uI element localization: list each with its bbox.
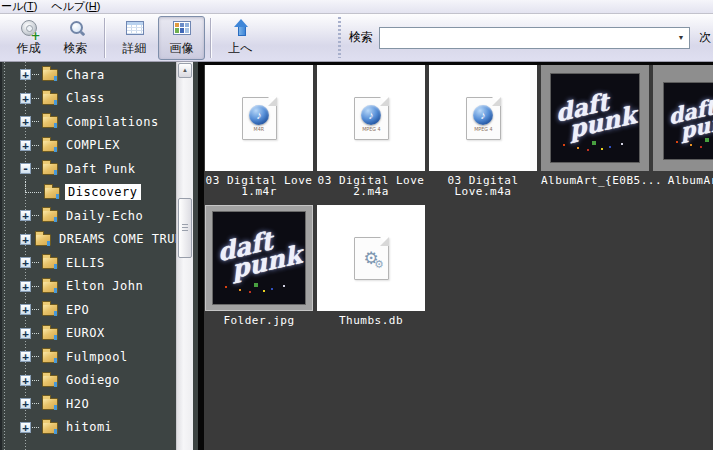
toolbar-separator: [210, 18, 212, 58]
details-view-button[interactable]: 詳細: [111, 16, 158, 60]
music-note-icon: ♪: [249, 105, 269, 125]
toolbar-grip-handle[interactable]: [338, 17, 341, 58]
tree-item-label: hitomi: [63, 419, 115, 435]
expand-toggle-icon[interactable]: +: [20, 210, 31, 221]
expand-toggle-icon[interactable]: +: [20, 398, 31, 409]
logo-speckles: [225, 286, 227, 288]
tree-connector: [32, 168, 39, 169]
tree-connector: [32, 356, 39, 357]
expand-toggle-icon[interactable]: +: [20, 257, 31, 268]
tree-item-dreams-come-true[interactable]: +DREAMS COME TRUE: [0, 228, 175, 252]
folder-icon: [44, 187, 60, 199]
tree-item-daily-echo[interactable]: +Daily-Echo: [0, 204, 175, 228]
folder-icon: [42, 375, 58, 387]
tree-item-label: EUROX: [63, 325, 108, 341]
tree-item-daft-punk[interactable]: -Daft Punk: [0, 157, 175, 181]
up-button-label: 上へ: [228, 40, 252, 57]
tree-item-eurox[interactable]: +EUROX: [0, 322, 175, 346]
file-name-line: 1.m4r: [205, 186, 313, 197]
up-button[interactable]: 上へ: [217, 16, 264, 60]
audio-format-caption: MPEG 4: [362, 127, 380, 132]
expand-toggle-icon[interactable]: +: [20, 116, 31, 127]
file-name-line: Thumbs.db: [317, 315, 425, 326]
expand-toggle-icon[interactable]: +: [20, 422, 31, 433]
find-combobox[interactable]: ▼: [379, 27, 690, 49]
scrollbar-up-button[interactable]: ▲: [178, 63, 192, 78]
tree-item-label: Compilations: [63, 114, 162, 130]
tree-item-hitomi[interactable]: +hitomi: [0, 416, 175, 440]
expand-toggle-icon[interactable]: +: [20, 328, 31, 339]
find-input[interactable]: [380, 28, 673, 48]
tree-connector: [32, 427, 39, 428]
tree-connector: [32, 403, 39, 404]
file-thumbnail-tile: ⚙⚙: [317, 205, 425, 311]
file-03-digital-love-2-m4a[interactable]: ♪MPEG 403 Digital Love2.m4a: [317, 65, 425, 199]
tree-item-discovery[interactable]: Discovery: [0, 181, 175, 205]
folder-icon: [42, 116, 58, 128]
file-albumart-e[interactable]: daftpunkAlbumArt_{E: [653, 65, 713, 199]
tree-connector: [32, 286, 39, 287]
dropdown-arrow-icon[interactable]: ▼: [673, 34, 689, 41]
find-next-label[interactable]: 次: [699, 29, 711, 46]
tree-item-label: Elton John: [63, 278, 146, 294]
folder-tree-panel: +Chara+Class+Compilations+COMPLEX-Daft P…: [0, 62, 198, 450]
tree-item-h2o[interactable]: +H2O: [0, 392, 175, 416]
tree-item-complex[interactable]: +COMPLEX: [0, 134, 175, 158]
file-thumbnail-tile: ♪MPEG 4: [317, 65, 425, 171]
menu-item-text: ール(: [1, 0, 27, 12]
tree-item-epo[interactable]: +EPO: [0, 298, 175, 322]
menu-item-0[interactable]: ール(T): [1, 0, 37, 14]
file-albumart-e0b5[interactable]: daftpunkAlbumArt_{E0B5...: [541, 65, 649, 199]
tree-scrollbar[interactable]: ▲: [176, 62, 193, 450]
scrollbar-thumb[interactable]: [178, 198, 192, 258]
up-arrow-icon: [233, 19, 249, 37]
tree-item-label: H2O: [63, 396, 92, 412]
music-note-icon: ♪: [361, 105, 381, 125]
images-view-button[interactable]: 画像: [158, 16, 205, 60]
tree-item-chara[interactable]: +Chara: [0, 63, 175, 87]
file-03-digital-love-m4a[interactable]: ♪MPEG 403 DigitalLove.m4a: [429, 65, 537, 199]
daft-punk-logo: daftpunk: [217, 221, 305, 284]
file-03-digital-love-1-m4r[interactable]: ♪M4R03 Digital Love1.m4r: [205, 65, 313, 199]
file-name-label: AlbumArt_{E: [653, 175, 713, 199]
expand-toggle-icon[interactable]: +: [20, 281, 31, 292]
tree-item-label: Class: [63, 90, 108, 106]
audio-file-icon: ♪MPEG 4: [466, 97, 501, 140]
folder-icon: [42, 257, 58, 269]
expand-toggle-icon[interactable]: +: [20, 351, 31, 362]
tree-connector: [32, 145, 39, 146]
folder-icon: [42, 93, 58, 105]
expand-toggle-icon[interactable]: -: [20, 163, 31, 174]
tree-item-label: Daft Punk: [63, 161, 139, 177]
tree-item-elton-john[interactable]: +Elton John: [0, 275, 175, 299]
file-thumbnail-tile: ♪MPEG 4: [429, 65, 537, 171]
tree-connector: [32, 215, 39, 216]
tree-item-compilations[interactable]: +Compilations: [0, 110, 175, 134]
file-folder-jpg[interactable]: daftpunkFolder.jpg: [205, 205, 313, 339]
search-button[interactable]: 検索: [52, 16, 99, 60]
create-button[interactable]: 作成: [5, 16, 52, 60]
cd-plus-icon: [21, 19, 37, 37]
expand-toggle-icon[interactable]: +: [20, 69, 31, 80]
tree-item-label: Fulmpool: [63, 349, 131, 365]
file-grid: ♪M4R03 Digital Love1.m4r♪MPEG 403 Digita…: [205, 65, 713, 339]
images-button-label: 画像: [170, 40, 194, 57]
expand-toggle-icon[interactable]: +: [20, 234, 31, 245]
expand-toggle-icon[interactable]: +: [20, 304, 31, 315]
tree-item-godiego[interactable]: +Godiego: [0, 369, 175, 393]
menu-accel-key: T: [27, 0, 34, 12]
menu-bar: ール(T)ヘルプ(H): [0, 0, 713, 14]
tree-connector: [32, 98, 39, 99]
expand-toggle-icon[interactable]: +: [20, 93, 31, 104]
tree-item-class[interactable]: +Class: [0, 87, 175, 111]
file-name-label: Folder.jpg: [205, 315, 313, 339]
expand-toggle-icon[interactable]: +: [20, 375, 31, 386]
content-area: +Chara+Class+Compilations+COMPLEX-Daft P…: [0, 62, 713, 450]
tree-item-ellis[interactable]: +ELLIS: [0, 251, 175, 275]
file-thumbs-db[interactable]: ⚙⚙Thumbs.db: [317, 205, 425, 339]
expand-toggle-icon[interactable]: +: [20, 140, 31, 151]
folder-tree: +Chara+Class+Compilations+COMPLEX-Daft P…: [0, 63, 175, 439]
tree-item-fulmpool[interactable]: +Fulmpool: [0, 345, 175, 369]
menu-item-1[interactable]: ヘルプ(H): [51, 0, 100, 14]
search-button-label: 検索: [64, 40, 88, 57]
